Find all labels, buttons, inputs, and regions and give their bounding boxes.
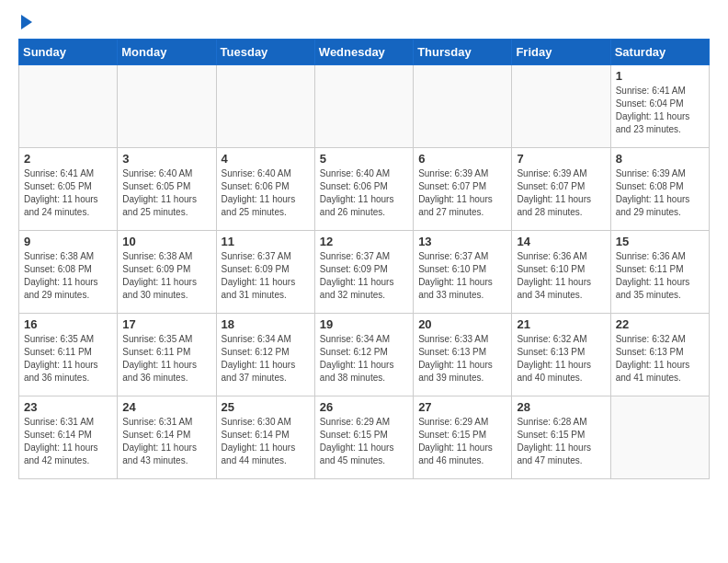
- day-info: Sunrise: 6:35 AM Sunset: 6:11 PM Dayligh…: [24, 333, 112, 385]
- day-number: 5: [320, 152, 408, 166]
- day-info: Sunrise: 6:32 AM Sunset: 6:13 PM Dayligh…: [517, 333, 605, 385]
- calendar-cell: 8Sunrise: 6:39 AM Sunset: 6:08 PM Daylig…: [610, 148, 709, 231]
- day-number: 15: [616, 235, 704, 248]
- day-info: Sunrise: 6:37 AM Sunset: 6:09 PM Dayligh…: [320, 250, 408, 302]
- day-info: Sunrise: 6:34 AM Sunset: 6:12 PM Dayligh…: [222, 333, 310, 385]
- day-info: Sunrise: 6:41 AM Sunset: 6:04 PM Dayligh…: [616, 85, 704, 136]
- calendar-week-row: 16Sunrise: 6:35 AM Sunset: 6:11 PM Dayli…: [19, 314, 710, 396]
- day-info: Sunrise: 6:31 AM Sunset: 6:14 PM Dayligh…: [24, 416, 112, 467]
- calendar-cell: 11Sunrise: 6:37 AM Sunset: 6:09 PM Dayli…: [216, 231, 314, 314]
- day-info: Sunrise: 6:40 AM Sunset: 6:06 PM Dayligh…: [222, 167, 310, 219]
- day-number: 11: [222, 235, 310, 248]
- day-number: 3: [122, 152, 210, 166]
- calendar-cell: 6Sunrise: 6:39 AM Sunset: 6:07 PM Daylig…: [414, 148, 512, 231]
- calendar-cell: 26Sunrise: 6:29 AM Sunset: 6:15 PM Dayli…: [314, 396, 413, 479]
- calendar-cell: 24Sunrise: 6:31 AM Sunset: 6:14 PM Dayli…: [118, 396, 216, 479]
- day-number: 18: [222, 317, 310, 331]
- day-info: Sunrise: 6:30 AM Sunset: 6:14 PM Dayligh…: [222, 416, 310, 467]
- day-number: 22: [616, 317, 704, 331]
- day-info: Sunrise: 6:37 AM Sunset: 6:10 PM Dayligh…: [418, 250, 506, 302]
- weekday-header: Friday: [512, 40, 610, 65]
- calendar-cell: 25Sunrise: 6:30 AM Sunset: 6:14 PM Dayli…: [216, 396, 314, 479]
- day-number: 25: [222, 400, 310, 414]
- calendar-cell: 22Sunrise: 6:32 AM Sunset: 6:13 PM Dayli…: [610, 314, 709, 396]
- calendar-cell: [216, 65, 314, 148]
- calendar-cell: 21Sunrise: 6:32 AM Sunset: 6:13 PM Dayli…: [512, 314, 610, 396]
- weekday-header: Monday: [118, 40, 216, 65]
- day-info: Sunrise: 6:32 AM Sunset: 6:13 PM Dayligh…: [616, 333, 704, 385]
- calendar-cell: 23Sunrise: 6:31 AM Sunset: 6:14 PM Dayli…: [19, 396, 118, 479]
- day-number: 27: [418, 400, 506, 414]
- weekday-header: Sunday: [19, 40, 118, 65]
- calendar-cell: 1Sunrise: 6:41 AM Sunset: 6:04 PM Daylig…: [610, 65, 709, 148]
- day-info: Sunrise: 6:37 AM Sunset: 6:09 PM Dayligh…: [222, 250, 310, 302]
- day-info: Sunrise: 6:29 AM Sunset: 6:15 PM Dayligh…: [320, 416, 408, 467]
- day-info: Sunrise: 6:41 AM Sunset: 6:05 PM Dayligh…: [24, 167, 112, 219]
- calendar-cell: 14Sunrise: 6:36 AM Sunset: 6:10 PM Dayli…: [512, 231, 610, 314]
- day-info: Sunrise: 6:38 AM Sunset: 6:09 PM Dayligh…: [122, 250, 210, 302]
- day-info: Sunrise: 6:40 AM Sunset: 6:05 PM Dayligh…: [122, 167, 210, 219]
- day-number: 2: [24, 152, 112, 166]
- day-info: Sunrise: 6:39 AM Sunset: 6:07 PM Dayligh…: [517, 167, 605, 219]
- day-number: 8: [616, 152, 704, 166]
- calendar-cell: [414, 65, 512, 148]
- calendar-cell: 16Sunrise: 6:35 AM Sunset: 6:11 PM Dayli…: [19, 314, 118, 396]
- calendar-cell: 18Sunrise: 6:34 AM Sunset: 6:12 PM Dayli…: [216, 314, 314, 396]
- day-number: 19: [320, 317, 408, 331]
- calendar-cell: 3Sunrise: 6:40 AM Sunset: 6:05 PM Daylig…: [118, 148, 216, 231]
- calendar-cell: 2Sunrise: 6:41 AM Sunset: 6:05 PM Daylig…: [19, 148, 118, 231]
- calendar-cell: 9Sunrise: 6:38 AM Sunset: 6:08 PM Daylig…: [19, 231, 118, 314]
- day-number: 4: [222, 152, 310, 166]
- day-info: Sunrise: 6:40 AM Sunset: 6:06 PM Dayligh…: [320, 167, 408, 219]
- calendar-cell: 28Sunrise: 6:28 AM Sunset: 6:15 PM Dayli…: [512, 396, 610, 479]
- day-info: Sunrise: 6:39 AM Sunset: 6:08 PM Dayligh…: [616, 167, 704, 219]
- calendar-week-row: 2Sunrise: 6:41 AM Sunset: 6:05 PM Daylig…: [19, 148, 710, 231]
- calendar-table: SundayMondayTuesdayWednesdayThursdayFrid…: [18, 39, 710, 479]
- day-number: 12: [320, 235, 408, 248]
- calendar-cell: 20Sunrise: 6:33 AM Sunset: 6:13 PM Dayli…: [414, 314, 512, 396]
- day-number: 26: [320, 400, 408, 414]
- day-number: 9: [24, 235, 112, 248]
- calendar-cell: [512, 65, 610, 148]
- day-info: Sunrise: 6:33 AM Sunset: 6:13 PM Dayligh…: [418, 333, 506, 385]
- calendar-cell: [118, 65, 216, 148]
- calendar-week-row: 9Sunrise: 6:38 AM Sunset: 6:08 PM Daylig…: [19, 231, 710, 314]
- calendar-cell: 7Sunrise: 6:39 AM Sunset: 6:07 PM Daylig…: [512, 148, 610, 231]
- calendar-cell: 13Sunrise: 6:37 AM Sunset: 6:10 PM Dayli…: [414, 231, 512, 314]
- day-number: 24: [122, 400, 210, 414]
- day-number: 17: [122, 317, 210, 331]
- day-info: Sunrise: 6:34 AM Sunset: 6:12 PM Dayligh…: [320, 333, 408, 385]
- weekday-header: Wednesday: [314, 40, 413, 65]
- day-info: Sunrise: 6:29 AM Sunset: 6:15 PM Dayligh…: [418, 416, 506, 467]
- calendar-cell: 27Sunrise: 6:29 AM Sunset: 6:15 PM Dayli…: [414, 396, 512, 479]
- weekday-header-row: SundayMondayTuesdayWednesdayThursdayFrid…: [19, 40, 710, 65]
- calendar-week-row: 23Sunrise: 6:31 AM Sunset: 6:14 PM Dayli…: [19, 396, 710, 479]
- calendar-cell: 4Sunrise: 6:40 AM Sunset: 6:06 PM Daylig…: [216, 148, 314, 231]
- day-number: 20: [418, 317, 506, 331]
- weekday-header: Thursday: [414, 40, 512, 65]
- day-number: 21: [517, 317, 605, 331]
- day-number: 14: [517, 235, 605, 248]
- calendar-cell: [314, 65, 413, 148]
- day-info: Sunrise: 6:36 AM Sunset: 6:10 PM Dayligh…: [517, 250, 605, 302]
- weekday-header: Saturday: [610, 40, 709, 65]
- day-number: 7: [517, 152, 605, 166]
- day-number: 13: [418, 235, 506, 248]
- calendar-cell: 5Sunrise: 6:40 AM Sunset: 6:06 PM Daylig…: [314, 148, 413, 231]
- calendar-cell: 15Sunrise: 6:36 AM Sunset: 6:11 PM Dayli…: [610, 231, 709, 314]
- calendar-cell: 19Sunrise: 6:34 AM Sunset: 6:12 PM Dayli…: [314, 314, 413, 396]
- logo: [18, 18, 32, 29]
- day-info: Sunrise: 6:36 AM Sunset: 6:11 PM Dayligh…: [616, 250, 704, 302]
- weekday-header: Tuesday: [216, 40, 314, 65]
- day-info: Sunrise: 6:38 AM Sunset: 6:08 PM Dayligh…: [24, 250, 112, 302]
- calendar-cell: 17Sunrise: 6:35 AM Sunset: 6:11 PM Dayli…: [118, 314, 216, 396]
- calendar-cell: 12Sunrise: 6:37 AM Sunset: 6:09 PM Dayli…: [314, 231, 413, 314]
- day-number: 16: [24, 317, 112, 331]
- day-number: 23: [24, 400, 112, 414]
- page-header: [18, 18, 710, 29]
- day-info: Sunrise: 6:35 AM Sunset: 6:11 PM Dayligh…: [122, 333, 210, 385]
- calendar-cell: [19, 65, 118, 148]
- logo-triangle-icon: [21, 15, 32, 29]
- day-info: Sunrise: 6:31 AM Sunset: 6:14 PM Dayligh…: [122, 416, 210, 467]
- calendar-cell: [610, 396, 709, 479]
